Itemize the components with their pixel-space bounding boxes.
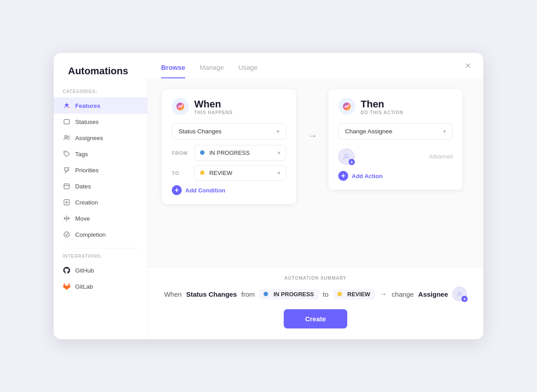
statuses-icon [63,118,71,126]
summary-when-text: When [164,290,182,298]
to-value: REVIEW [209,170,232,176]
sidebar-item-priorities-label: Priorities [75,167,99,174]
action-dropdown[interactable]: Change Assignee ▾ [338,123,453,140]
summary-to-badge: REVIEW [333,289,375,299]
svg-point-9 [345,154,348,158]
then-title: Then [361,98,403,110]
tab-browse[interactable]: Browse [161,64,185,78]
advanced-link[interactable]: Advanced [429,153,453,160]
add-condition-label: Add Condition [185,187,226,194]
to-status-dot [200,170,205,175]
from-status-dot [200,150,205,155]
sidebar-item-github[interactable]: GitHub [54,262,147,278]
from-dropdown[interactable]: IN PROGRESS ▾ [194,145,286,161]
summary-to-badge-label: REVIEW [347,291,370,298]
svg-point-1 [68,107,70,108]
summary-to-dot [337,292,342,296]
from-value: IN PROGRESS [209,149,250,156]
summary-from-dot [264,292,268,296]
to-label: TO [172,170,190,176]
tabs-container: Browse Manage Usage [161,64,469,78]
summary-bar: AUTOMATION SUMMARY When Status Changes f… [148,267,483,339]
svg-point-10 [458,292,461,294]
right-arrow-icon: → [307,129,318,142]
then-block-titles: Then DO THIS ACTION [361,98,403,115]
sidebar-item-features-label: Features [75,102,100,109]
sidebar-item-features[interactable]: Features [54,98,147,114]
trigger-dropdown-label: Status Changes [179,128,222,135]
sidebar-item-statuses-label: Statuses [75,119,99,125]
summary-from-text: from [241,290,255,298]
avatar-plus-icon: + [349,159,355,165]
integrations-label: INTEGRATIONS: [54,254,147,262]
tags-icon [63,150,71,158]
action-chevron-icon: ▾ [443,128,446,135]
assignees-icon [63,134,71,142]
add-condition-button[interactable]: + Add Condition [172,185,286,195]
gitlab-icon [63,282,71,290]
automations-modal: Automations Browse Manage Usage × CATEGO… [54,53,483,339]
sidebar-item-gitlab[interactable]: GitLab [54,278,147,294]
summary-avatar-plus-icon: + [461,296,468,302]
sidebar-item-assignees[interactable]: Assignees [54,130,147,146]
arrow-connector: → [307,129,318,142]
svg-point-8 [64,232,69,237]
to-row: TO REVIEW ▾ [172,165,286,181]
avatar-placeholder[interactable]: + [338,149,354,165]
from-label: FROM [172,150,190,156]
modal-body: CATEGORIES: Features [54,78,483,339]
sidebar-item-move[interactable]: Move [54,210,147,226]
github-icon [63,266,71,274]
svg-rect-2 [64,119,69,124]
sidebar-item-tags[interactable]: Tags [54,146,147,162]
main-content: When THIS HAPPENS Status Changes ▾ FROM [148,78,483,339]
sidebar-divider [63,248,138,248]
sidebar-item-dates[interactable]: Dates [54,178,147,194]
trigger-chevron-icon: ▾ [277,128,280,135]
summary-trigger-bold: Status Changes [186,290,237,298]
sidebar-item-tags-label: Tags [75,151,88,158]
sidebar-item-creation-label: Creation [75,199,98,206]
then-block: Then DO THIS ACTION Change Assignee ▾ [328,89,463,190]
automation-builder: When THIS HAPPENS Status Changes ▾ FROM [162,89,469,267]
create-button[interactable]: Create [284,309,348,328]
sidebar-item-completion[interactable]: Completion [54,226,147,243]
close-button[interactable]: × [465,61,471,71]
sidebar-item-dates-label: Dates [75,183,91,190]
then-block-header: Then DO THIS ACTION [338,98,453,115]
from-row: FROM IN PROGRESS ▾ [172,145,286,161]
features-icon [63,102,71,110]
sidebar: CATEGORIES: Features [54,78,148,339]
action-dropdown-label: Change Assignee [345,128,392,135]
to-dropdown[interactable]: REVIEW ▾ [194,165,286,181]
when-block-titles: When THIS HAPPENS [194,98,233,115]
tab-manage[interactable]: Manage [200,64,224,78]
to-chevron-icon: ▾ [277,170,281,176]
svg-point-5 [65,152,66,153]
sidebar-item-assignees-label: Assignees [75,135,103,141]
dates-icon [63,182,71,190]
sidebar-item-statuses[interactable]: Statuses [54,114,147,130]
advanced-row: + Advanced [338,145,453,166]
when-title: When [194,98,233,110]
trigger-dropdown[interactable]: Status Changes ▾ [172,123,286,140]
add-condition-icon: + [172,185,182,195]
categories-label: CATEGORIES: [54,89,147,98]
add-action-icon: + [338,171,348,181]
tab-usage[interactable]: Usage [238,64,257,78]
add-action-button[interactable]: + Add Action [338,171,453,181]
then-subtitle: DO THIS ACTION [361,110,403,115]
add-action-label: Add Action [352,173,383,179]
summary-content: When Status Changes from IN PROGRESS to … [162,287,469,301]
modal-header: Automations Browse Manage Usage × [54,53,483,78]
when-block-header: When THIS HAPPENS [172,98,286,115]
summary-avatar: + [452,287,467,301]
move-icon [63,214,71,222]
when-block: When THIS HAPPENS Status Changes ▾ FROM [162,89,296,204]
when-subtitle: THIS HAPPENS [194,110,233,115]
svg-point-0 [64,107,65,108]
sidebar-item-priorities[interactable]: Priorities [54,162,147,178]
from-dot-blue: IN PROGRESS [200,149,250,156]
sidebar-item-creation[interactable]: Creation [54,194,147,210]
summary-from-badge: IN PROGRESS [259,289,318,299]
